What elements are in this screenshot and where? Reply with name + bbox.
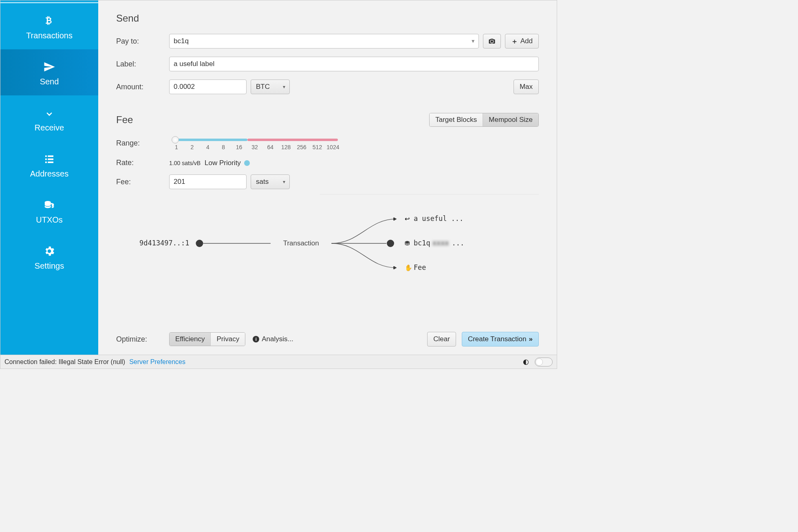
scan-qr-button[interactable] — [483, 34, 501, 49]
list-icon — [43, 153, 55, 165]
label-input[interactable] — [169, 57, 539, 71]
rate-value: 1.00 sats/vB — [169, 160, 201, 166]
label-label: Label: — [116, 60, 169, 68]
mempool-size-button[interactable]: Mempool Size — [483, 113, 538, 126]
info-icon: i — [253, 336, 259, 342]
diagram-output-label: a useful ... — [414, 214, 463, 223]
plus-icon: ＋ — [511, 37, 518, 46]
sidebar-item-label: UTXOs — [36, 215, 63, 225]
diagram-output-label: bc1q — [414, 239, 430, 247]
separator — [320, 194, 539, 194]
amount-unit-select[interactable]: BTC — [251, 79, 290, 94]
sidebar-item-label: Addresses — [30, 169, 69, 179]
fee-range-slider[interactable]: 12481632641282565121024 — [169, 136, 340, 150]
camera-icon — [488, 38, 496, 45]
dark-mode-icon[interactable]: ◐ — [523, 358, 529, 366]
analysis-label: Analysis... — [262, 335, 293, 343]
diagram-edge — [331, 219, 397, 243]
slider-tick: 128 — [280, 144, 293, 150]
diagram-tx-label: Transaction — [283, 239, 319, 247]
clear-button-label: Clear — [433, 335, 450, 343]
target-blocks-button[interactable]: Target Blocks — [430, 113, 483, 126]
sidebar-item-send[interactable]: Send — [0, 49, 98, 95]
bitcoin-icon — [43, 15, 55, 27]
app-window: Transactions Send Receive Addresses UTXO… — [0, 0, 557, 369]
slider-tick: 1024 — [326, 144, 339, 150]
fee-input[interactable] — [169, 174, 247, 189]
reply-icon: ↩ — [405, 215, 410, 222]
slider-ticks: 12481632641282565121024 — [169, 144, 340, 150]
diagram-edge — [331, 243, 397, 268]
optimize-segment: Efficiency Privacy — [169, 332, 245, 346]
gear-icon — [43, 245, 55, 257]
sidebar-item-settings[interactable]: Settings — [0, 234, 98, 280]
slider-tick: 64 — [264, 144, 277, 150]
sidebar-item-addresses[interactable]: Addresses — [0, 141, 98, 188]
status-text: Connection failed: Illegal State Error (… — [4, 358, 125, 366]
slider-track-high — [247, 139, 338, 141]
pay-to-label: Pay to: — [116, 37, 169, 46]
coins-icon — [43, 199, 55, 211]
pay-to-row: Pay to: ▼ ＋ Add — [116, 34, 539, 49]
range-label: Range: — [116, 139, 169, 148]
arrowhead-icon — [394, 217, 397, 221]
slider-thumb[interactable] — [172, 136, 179, 143]
sidebar-item-receive[interactable]: Receive — [0, 95, 98, 141]
fee-mode-segment: Target Blocks Mempool Size — [429, 113, 539, 127]
slider-tick: 16 — [233, 144, 246, 150]
fee-amount-row: Fee: sats — [116, 174, 539, 189]
fee-range-row: Range: 12481632641282565121024 — [116, 136, 539, 150]
add-recipient-button[interactable]: ＋ Add — [505, 34, 539, 49]
fee-header: Fee Target Blocks Mempool Size — [116, 113, 539, 127]
diagram-output-suffix: ... — [452, 239, 465, 247]
arrow-down-icon — [43, 107, 55, 119]
dark-mode-toggle[interactable] — [535, 358, 553, 366]
coins-icon: ⛃ — [405, 240, 410, 247]
diagram-input-node — [196, 240, 203, 247]
sidebar-item-transactions[interactable]: Transactions — [0, 3, 98, 49]
amount-input[interactable] — [169, 79, 247, 94]
main-content: Send Pay to: ▼ ＋ Add — [98, 0, 557, 355]
max-button-label: Max — [520, 83, 533, 91]
transaction-diagram: 9d413497..:1 Transaction ↩ — [116, 207, 539, 322]
hand-icon: ✋ — [405, 264, 412, 272]
arrowhead-icon — [394, 266, 397, 269]
diagram-output-label: Fee — [414, 263, 426, 272]
create-transaction-button[interactable]: Create Transaction » — [462, 332, 539, 347]
slider-tick: 32 — [248, 144, 261, 150]
label-row: Label: — [116, 57, 539, 71]
priority-text: Low Priority — [205, 159, 241, 167]
slider-tick: 256 — [295, 144, 308, 150]
rate-row: Rate: 1.00 sats/vB Low Priority — [116, 159, 539, 167]
fee-label: Fee: — [116, 178, 169, 186]
fee-section: Fee Target Blocks Mempool Size Range: — [116, 113, 539, 194]
diagram-output-redacted: xxxx — [432, 239, 449, 247]
priority-indicator: Low Priority — [205, 159, 250, 167]
server-preferences-link[interactable]: Server Preferences — [129, 358, 185, 366]
analysis-link[interactable]: i Analysis... — [253, 335, 293, 343]
privacy-button[interactable]: Privacy — [211, 333, 245, 346]
sidebar-item-label: Transactions — [26, 31, 73, 40]
fee-heading: Fee — [116, 114, 133, 126]
efficiency-button[interactable]: Efficiency — [170, 333, 211, 346]
amount-row: Amount: BTC Max — [116, 79, 539, 94]
diagram-output-node — [387, 240, 394, 247]
slider-track-low — [174, 139, 247, 141]
sidebar-item-label: Receive — [35, 123, 64, 132]
pay-to-input[interactable] — [169, 34, 479, 49]
diagram-input-label: 9d413497..:1 — [139, 239, 189, 247]
sidebar-item-label: Settings — [35, 261, 64, 271]
fee-unit-label: sats — [256, 178, 269, 186]
chevron-down-icon[interactable]: ▼ — [471, 38, 476, 44]
app-body: Transactions Send Receive Addresses UTXO… — [0, 0, 557, 355]
add-button-label: Add — [520, 37, 533, 45]
max-amount-button[interactable]: Max — [514, 79, 539, 94]
sidebar-item-utxos[interactable]: UTXOs — [0, 188, 98, 234]
fee-unit-select[interactable]: sats — [251, 174, 290, 189]
sidebar: Transactions Send Receive Addresses UTXO… — [0, 0, 98, 355]
amount-label: Amount: — [116, 83, 169, 91]
clear-button[interactable]: Clear — [427, 332, 456, 347]
slider-tick: 1 — [170, 144, 183, 150]
rate-label: Rate: — [116, 159, 169, 167]
optimize-label: Optimize: — [116, 335, 169, 344]
